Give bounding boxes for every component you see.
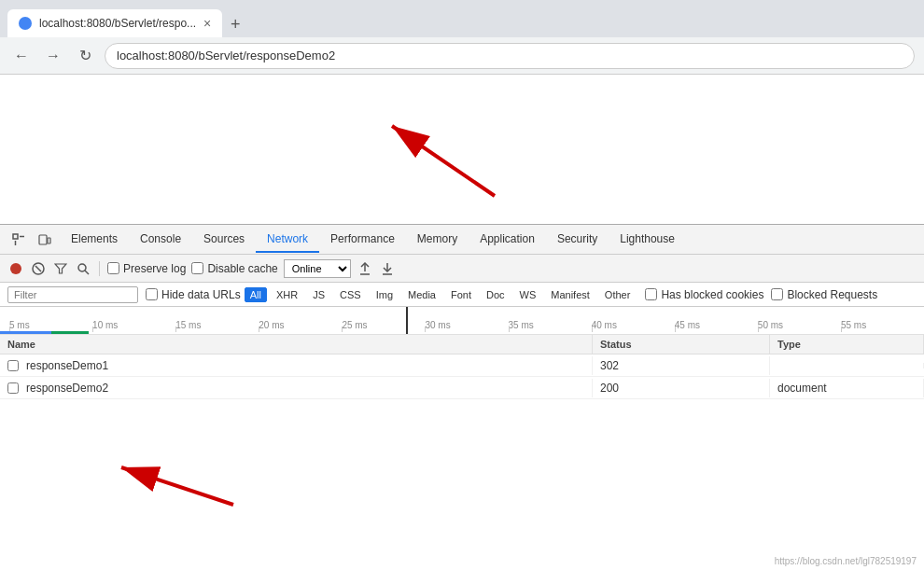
table-row[interactable]: responseDemo1 302 [0,355,924,377]
filter-css-button[interactable]: CSS [334,287,367,302]
tab-sources[interactable]: Sources [192,227,256,253]
reload-button[interactable]: ↻ [73,44,97,68]
filter-input[interactable] [7,286,138,303]
back-button[interactable]: ← [9,44,34,68]
ruler-mark-55ms: 55 ms [841,320,924,330]
filter-manifest-button[interactable]: Manifest [545,287,595,302]
filter-media-button[interactable]: Media [402,287,441,302]
filter-font-button[interactable]: Font [445,287,477,302]
row-2-checkbox[interactable] [7,382,19,394]
tab-application[interactable]: Application [469,227,546,253]
row-2-status: 200 [593,379,770,397]
tab-close-button[interactable]: × [203,16,211,31]
new-tab-button[interactable]: + [222,11,248,37]
ruler-mark-5ms: 5 ms [9,320,92,330]
blocked-requests-label[interactable]: Blocked Requests [771,288,877,301]
separator-1 [99,261,100,276]
svg-point-7 [10,263,21,274]
tab-elements[interactable]: Elements [60,227,129,253]
tab-lighthouse[interactable]: Lighthouse [609,227,686,253]
ruler-mark-40ms: 40 ms [592,320,675,330]
tab-favicon [19,17,32,30]
table-row[interactable]: responseDemo2 200 document [0,377,924,399]
timeline-bar-blue [0,331,51,334]
watermark: https://blog.csdn.net/lgl782519197 [775,556,917,566]
svg-rect-5 [39,235,47,244]
ruler-mark-30ms: 30 ms [425,320,508,330]
devtools-tabs: Elements Console Sources Network Perform… [0,225,924,255]
tab-security[interactable]: Security [546,227,609,253]
inspect-element-button[interactable] [7,229,30,251]
svg-line-12 [85,271,89,274]
tab-network[interactable]: Network [256,227,319,253]
tab-performance[interactable]: Performance [319,227,406,253]
ruler-mark-20ms: 20 ms [259,320,342,330]
hide-data-urls-checkbox[interactable] [146,288,158,300]
row-1-name: responseDemo1 [0,356,593,375]
ruler-mark-15ms: 15 ms [175,320,259,330]
filter-bar: Hide data URLs All XHR JS CSS Img Media … [0,283,924,307]
row-2-type: document [770,379,924,397]
active-tab[interactable]: localhost:8080/bServlet/respo... × [7,9,222,37]
search-button[interactable] [75,260,91,277]
svg-rect-2 [13,234,18,239]
header-name: Name [0,335,593,354]
header-status: Status [593,335,770,354]
ruler-mark-25ms: 25 ms [342,320,425,330]
annotations-overlay [0,75,924,224]
svg-line-1 [392,126,495,196]
address-bar-row: ← → ↻ [0,37,924,75]
address-input[interactable] [105,43,915,69]
disable-cache-checkbox[interactable] [191,262,203,274]
disable-cache-label[interactable]: Disable cache [191,262,277,275]
filter-all-button[interactable]: All [245,287,267,302]
ruler-mark-10ms: 10 ms [92,320,175,330]
hide-data-urls-label[interactable]: Hide data URLs [146,288,241,301]
timeline-ruler: 5 ms 10 ms 15 ms 20 ms 25 ms 30 ms 35 ms… [0,307,924,335]
filter-img-button[interactable]: Img [371,287,399,302]
devtools-panel: Elements Console Sources Network Perform… [0,224,924,570]
filter-button[interactable] [52,260,69,277]
table-header: Name Status Type [0,335,924,355]
tab-memory[interactable]: Memory [406,227,469,253]
network-table: Name Status Type responseDemo1 302 respo… [0,335,924,570]
tab-title: localhost:8080/bServlet/respo... [39,17,196,30]
clear-button[interactable] [30,260,47,277]
header-type: Type [770,335,924,354]
svg-marker-10 [55,264,66,273]
preserve-log-label[interactable]: Preserve log [107,262,186,275]
network-throttle-select[interactable]: Online Offline Slow 3G Fast 3G [284,259,351,278]
tab-bar: localhost:8080/bServlet/respo... × + [7,0,248,37]
upload-button[interactable] [357,260,373,277]
row-1-type [770,363,924,368]
filter-xhr-button[interactable]: XHR [271,287,303,302]
row-1-status: 302 [593,356,770,375]
ruler-mark-45ms: 45 ms [675,320,758,330]
row-2-name: responseDemo2 [0,379,593,397]
page-content [0,75,924,224]
has-blocked-cookies-label[interactable]: Has blocked cookies [645,288,763,301]
svg-line-9 [35,266,41,271]
blocked-requests-checkbox[interactable] [771,288,783,300]
svg-rect-6 [48,238,50,243]
row-1-checkbox[interactable] [7,360,19,371]
filter-doc-button[interactable]: Doc [481,287,511,302]
download-button[interactable] [379,260,396,277]
forward-button[interactable]: → [41,44,65,68]
timeline-cursor [406,307,408,334]
ruler-marks: 5 ms 10 ms 15 ms 20 ms 25 ms 30 ms 35 ms… [0,307,924,334]
ruler-mark-35ms: 35 ms [509,320,592,330]
timeline-bar-green [51,331,89,334]
filter-other-button[interactable]: Other [599,287,637,302]
filter-js-button[interactable]: JS [307,287,330,302]
devtools-toolbar: Preserve log Disable cache Online Offlin… [0,255,924,283]
record-button[interactable] [7,260,24,277]
ruler-mark-50ms: 50 ms [758,320,841,330]
has-blocked-cookies-checkbox[interactable] [645,288,657,300]
preserve-log-checkbox[interactable] [107,262,119,274]
filter-ws-button[interactable]: WS [514,287,542,302]
tab-console[interactable]: Console [129,227,192,253]
svg-point-11 [78,264,86,271]
device-toggle-button[interactable] [34,229,56,251]
devtools-content: Preserve log Disable cache Online Offlin… [0,255,924,570]
